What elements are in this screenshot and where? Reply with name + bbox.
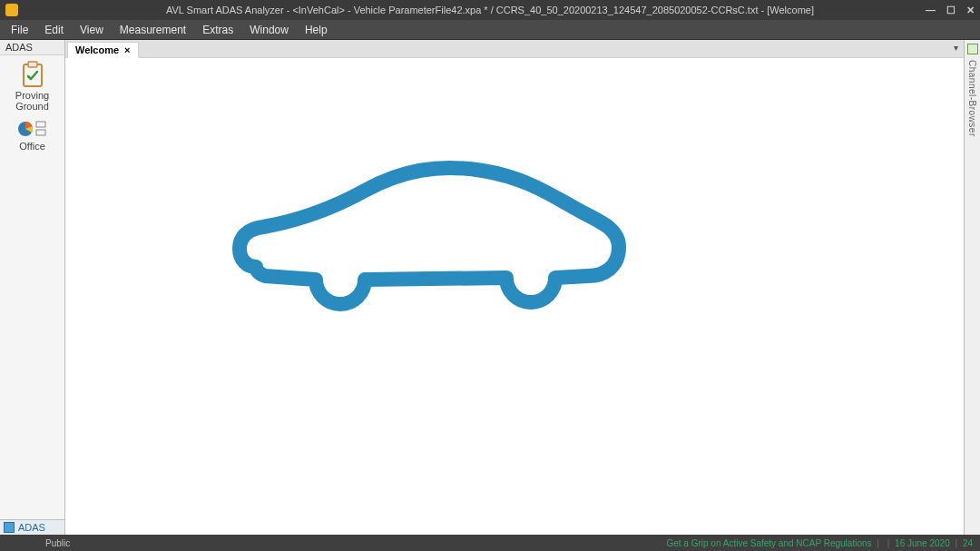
footer-right: Get a Grip on Active Safety and NCAP Reg… — [666, 538, 973, 548]
footer-date: 16 June 2020 — [895, 538, 950, 548]
menu-measurement[interactable]: Measurement — [113, 22, 193, 38]
titlebar: AVL Smart ADAS Analyzer - <InVehCal> - V… — [0, 0, 980, 20]
channel-browser-label[interactable]: Channel-Browser — [967, 60, 977, 137]
window-controls: — ☐ ✕ — [926, 5, 975, 16]
svg-rect-3 — [36, 122, 45, 127]
clipboard-check-icon — [20, 61, 45, 88]
adas-tab-icon — [4, 522, 15, 533]
menu-help[interactable]: Help — [298, 22, 335, 38]
left-panel: ADAS Proving Ground Office — [0, 40, 65, 535]
tabstrip-dropdown[interactable]: ▾ — [954, 43, 958, 53]
menu-edit[interactable]: Edit — [37, 22, 71, 38]
tool-office[interactable]: Office — [5, 119, 60, 152]
window-title: AVL Smart ADAS Analyzer - <InVehCal> - V… — [0, 5, 980, 15]
app-icon — [5, 4, 18, 16]
footer-classification: Public — [45, 538, 70, 548]
tabstrip: Welcome × ▾ — [65, 40, 964, 58]
channel-browser-icon[interactable] — [967, 44, 978, 54]
tab-close-button[interactable]: × — [124, 44, 130, 55]
svg-rect-4 — [36, 130, 45, 135]
menu-window[interactable]: Window — [242, 22, 296, 38]
minimize-button[interactable]: — — [926, 5, 936, 16]
main-area: Welcome × ▾ — [65, 40, 964, 535]
left-panel-tools: Proving Ground Office — [0, 55, 64, 519]
tab-welcome[interactable]: Welcome × — [67, 42, 139, 58]
welcome-canvas — [65, 58, 964, 535]
right-rail: Channel-Browser — [964, 40, 980, 535]
tab-label: Welcome — [75, 44, 119, 55]
pie-list-icon — [17, 119, 48, 139]
tool-label: Office — [19, 141, 45, 152]
left-panel-bottom-tab[interactable]: ADAS — [0, 519, 64, 535]
menu-file[interactable]: File — [4, 22, 35, 38]
footer-caption: Get a Grip on Active Safety and NCAP Reg… — [666, 538, 871, 548]
left-panel-header: ADAS — [0, 40, 64, 55]
menu-view[interactable]: View — [73, 22, 111, 38]
footer-page: 24 — [963, 538, 973, 548]
footer: Public Get a Grip on Active Safety and N… — [0, 535, 980, 551]
workspace: ADAS Proving Ground Office — [0, 40, 980, 535]
tool-label: Proving Ground — [15, 90, 49, 112]
svg-rect-1 — [28, 62, 37, 67]
tool-proving-ground[interactable]: Proving Ground — [5, 61, 60, 112]
maximize-button[interactable]: ☐ — [946, 5, 956, 16]
menu-extras[interactable]: Extras — [195, 22, 240, 38]
car-outline-icon — [229, 158, 628, 330]
close-button[interactable]: ✕ — [966, 5, 975, 16]
menubar: File Edit View Measurement Extras Window… — [0, 20, 980, 40]
adas-tab-label: ADAS — [18, 522, 45, 533]
